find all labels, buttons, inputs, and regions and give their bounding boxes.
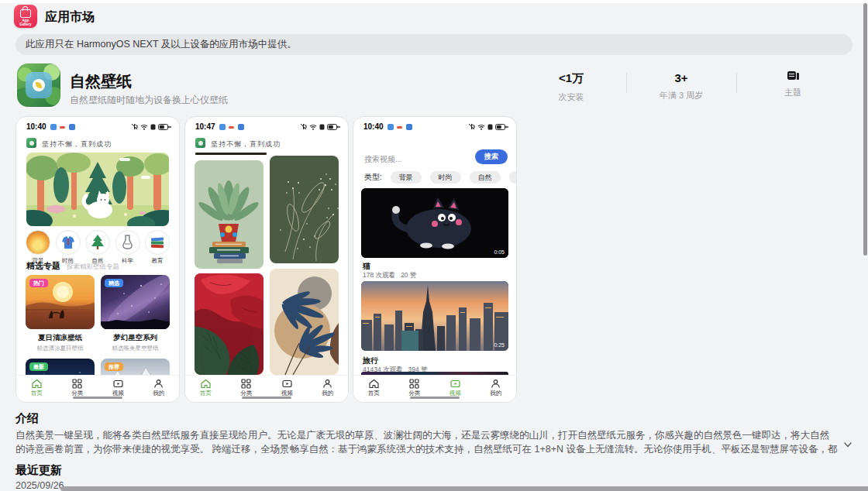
intro-text: 自然美景一键呈现，能将各类自然壁纸服务直接呈现给用户。无论是广袤无垠的草原、波澜… (16, 428, 839, 456)
app-icon-leaf (36, 82, 42, 88)
status-time: 10:47 (195, 122, 215, 131)
app-tagline: 自然壁纸随时随地为设备换上心仪壁纸 (70, 94, 228, 107)
video-thumbnail-cat: 0:05 (361, 188, 508, 258)
vertical-scrollbar[interactable] (863, 3, 867, 256)
home-icon (32, 379, 42, 389)
featured-subtitle: 探索精彩壁纸专题 (67, 263, 119, 272)
mini-app-icon (195, 138, 205, 148)
status-icons (468, 123, 508, 130)
battery-icon (327, 124, 340, 130)
mute-icon (300, 123, 307, 130)
status-mini-icon (60, 126, 65, 129)
notice-text: 此应用只在 HarmonyOS NEXT 及以上设备的应用市场中提供。 (16, 34, 852, 55)
filter-chip-science: 科学 (509, 171, 516, 184)
video-filter-row: 类型: 背景 时尚 自然 科学 (364, 171, 516, 184)
status-mini-icon (238, 124, 244, 130)
card-subtitle: 精选唯美星空壁纸 (101, 345, 170, 352)
person-icon (491, 379, 501, 389)
tab-mine: 我的 (476, 376, 517, 402)
status-mini-icon (397, 126, 402, 129)
featured-section-header: 精选专题 探索精彩壁纸专题 (26, 260, 119, 272)
status-mini-icon (229, 126, 234, 129)
home-icon (369, 379, 379, 389)
hero-forest-illustration (26, 153, 169, 226)
battery-icon (158, 124, 171, 130)
status-mini-icon (219, 124, 226, 130)
video-icon (282, 379, 292, 389)
status-mini-icon (406, 124, 412, 130)
stat-divider (626, 73, 627, 93)
home-icon (201, 379, 211, 389)
appgallery-logo-icon: AppGallery (14, 5, 37, 28)
tab-mine: 我的 (308, 376, 349, 402)
card-title: 夏日清凉壁纸 (26, 333, 95, 343)
intro-heading: 介绍 (16, 411, 39, 426)
category-science-icon (115, 230, 140, 255)
filter-chip-nature: 自然 (470, 171, 501, 184)
mute-icon (468, 123, 475, 130)
grid-icon (72, 379, 82, 389)
battery-icon (495, 124, 508, 130)
status-mini-icon (69, 124, 75, 130)
mute-icon (131, 123, 138, 130)
filter-chip-fashion: 时尚 (430, 171, 461, 184)
tab-home: 首页 (185, 376, 226, 402)
wifi-icon (477, 124, 485, 130)
horizontal-scrollbar[interactable] (60, 486, 868, 491)
video-icon (113, 379, 123, 389)
expand-chevron-icon[interactable] (843, 440, 852, 449)
status-mini-icon (388, 124, 394, 130)
status-time: 10:40 (26, 122, 46, 131)
badge-featured: 精选 (105, 279, 123, 287)
wallpaper-card-summer: 热门 夏日清凉壁纸 精选清凉夏日壁纸 (26, 275, 95, 352)
category-nature-icon (85, 230, 110, 255)
page-title: 应用市场 (45, 9, 95, 26)
banner-slogan: 坚持不懈，直到成功 (211, 139, 281, 149)
stat-installs: <1万 次安装 (529, 71, 614, 103)
stat-divider (736, 73, 737, 93)
person-icon (322, 379, 332, 389)
window-top-strip (0, 0, 868, 3)
category-education: 教育 (143, 230, 171, 265)
filter-chip-background: 背景 (391, 171, 422, 184)
stat-age-rating: 3+ 年满 3 周岁 (639, 71, 724, 101)
home-indicator (73, 397, 122, 400)
appgallery-logo-text: AppGallery (19, 19, 31, 26)
wallpaper-red-leaves (195, 273, 264, 375)
wifi-icon (309, 124, 317, 130)
video-thumbnail-travel: 0:25 (361, 281, 508, 351)
featured-title: 精选专题 (26, 260, 60, 272)
app-icon (17, 64, 60, 107)
recent-date: 2025/09/26 (16, 480, 64, 491)
harmonyos-notice-banner: 此应用只在 HarmonyOS NEXT 及以上设备的应用市场中提供。 (16, 34, 852, 55)
video-title: 旅行 (363, 355, 378, 366)
power-save-icon (150, 124, 156, 130)
badge-newest: 最新 (29, 362, 48, 371)
screenshot-videos[interactable]: 10:40 搜索视频... 搜索 类型: 背景 时尚 自然 科学 (353, 116, 517, 403)
tab-home: 首页 (353, 376, 394, 402)
home-indicator (410, 397, 460, 400)
category-background-icon (26, 230, 50, 255)
theme-category-icon (787, 71, 799, 81)
video-search-button: 搜索 (475, 149, 508, 164)
category-education-icon (145, 230, 170, 255)
video-title: 猫 (363, 261, 370, 272)
starry-sky-image: 精选 (101, 275, 170, 329)
screenshot-home[interactable]: 10:40 坚持不懈，直到成功 (16, 116, 180, 403)
installs-value: <1万 (529, 71, 614, 86)
wallpaper-plant-books (195, 160, 264, 269)
video-icon (450, 379, 460, 389)
screenshot-gallery[interactable]: 10:47 坚持不懈，直到成功 (184, 116, 349, 403)
installs-label: 次安装 (529, 91, 614, 103)
age-value: 3+ (639, 71, 724, 84)
wallpaper-monstera-art (270, 269, 339, 375)
tab-home: 首页 (16, 376, 57, 402)
tab-mine: 我的 (139, 376, 180, 402)
person-icon (153, 379, 164, 389)
mini-app-icon (26, 138, 36, 148)
grid-icon (241, 379, 251, 389)
status-mini-icon (50, 124, 57, 130)
status-icons (131, 123, 171, 130)
app-name: 自然壁纸 (70, 71, 132, 92)
sunset-beach-image: 热门 (26, 275, 95, 329)
